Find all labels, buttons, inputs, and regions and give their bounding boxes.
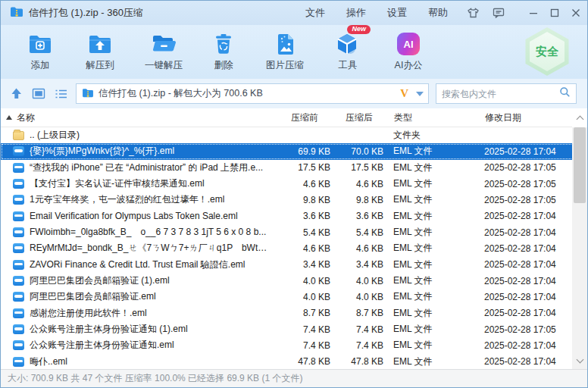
file-type: 文件夹 bbox=[383, 127, 476, 143]
menu-action[interactable]: 操作 bbox=[346, 6, 366, 20]
file-type: EML 文件 bbox=[383, 143, 476, 159]
file-name: 感谢您注册使用此软件！.eml bbox=[30, 307, 147, 320]
column-size-after[interactable]: 压缩后 bbox=[330, 111, 383, 124]
modified-date: 2025-02-28 17:04 bbox=[476, 305, 567, 321]
new-badge: New bbox=[347, 25, 371, 34]
file-icon bbox=[13, 179, 24, 189]
window-buttons bbox=[528, 8, 581, 18]
size-before: 3.6 KB bbox=[274, 208, 330, 224]
tools-button[interactable]: New 工具 bbox=[319, 28, 377, 75]
column-type[interactable]: 类型 bbox=[383, 111, 476, 124]
size-after bbox=[330, 127, 383, 143]
file-name: {娶}%{票}MPgWnkv{贷}^_%{开}.eml bbox=[30, 145, 174, 158]
size-before: 5.4 KB bbox=[274, 224, 330, 240]
delete-button[interactable]: 删除 bbox=[196, 28, 251, 75]
menu-file[interactable]: 文件 bbox=[305, 6, 325, 20]
file-name: 公众账号注册主体身份验证通知.eml bbox=[30, 339, 174, 352]
file-type: EML 文件 bbox=[383, 240, 476, 256]
up-level-icon[interactable] bbox=[8, 86, 24, 102]
modified-date: 2025-02-28 17:05 bbox=[476, 160, 567, 176]
table-row[interactable]: FWloimbh=_0lga8bfk_B_ o__6 7 3 7 8 3 1jT… bbox=[1, 224, 574, 240]
modified-date: 2025-02-28 17:05 bbox=[476, 321, 567, 337]
add-button[interactable]: 添加 bbox=[11, 28, 69, 75]
preview-pane-icon[interactable] bbox=[31, 86, 47, 102]
table-row[interactable]: “查找我的 iPhone” 已在 “Administrator” 的 iPad … bbox=[1, 160, 574, 176]
file-type: EML 文件 bbox=[383, 176, 476, 192]
table-row[interactable]: 阿里巴巴集团会员邮箱验证.eml 4.0 KB 4.0 KB EML 文件 20… bbox=[1, 289, 574, 305]
menu-settings[interactable]: 设置 bbox=[387, 6, 407, 20]
search-icon[interactable] bbox=[559, 86, 571, 101]
file-icon bbox=[13, 324, 24, 334]
file-type: EML 文件 bbox=[383, 224, 476, 240]
size-after: 4.0 KB bbox=[330, 273, 383, 289]
maximize-icon[interactable] bbox=[549, 8, 560, 18]
table-row[interactable]: 阿里巴巴集团会员邮箱验证 (1).eml 4.0 KB 4.0 KB EML 文… bbox=[1, 273, 574, 289]
search-box bbox=[436, 83, 577, 104]
trash-icon bbox=[212, 30, 235, 58]
image-compress-button[interactable]: 图片压缩 bbox=[251, 28, 319, 75]
file-icon bbox=[13, 195, 24, 205]
minimize-icon[interactable] bbox=[528, 8, 539, 18]
column-headers: 名称 压缩前 压缩后 类型 修改日期 bbox=[1, 108, 587, 127]
table-row[interactable]: 【支付宝】实名认证-证件审核结果通知.eml 4.6 KB 4.6 KB EML… bbox=[1, 176, 574, 192]
chevron-down-icon[interactable] bbox=[416, 92, 424, 96]
modified-date: 2025-02-28 17:04 bbox=[476, 273, 567, 289]
file-name: Email Verification for Olympus Labs Toke… bbox=[30, 211, 238, 221]
window-title: 信件打包 (1).zip - 360压缩 bbox=[29, 6, 143, 20]
zip-file-icon bbox=[10, 6, 23, 20]
menu-help[interactable]: 帮助 bbox=[428, 6, 448, 20]
file-name: 公众账号注册主体身份验证通知 (1).eml bbox=[30, 323, 188, 336]
toolbar-label: 删除 bbox=[214, 59, 233, 72]
file-type: EML 文件 bbox=[383, 192, 476, 208]
security-shield-badge[interactable]: 安全 bbox=[524, 27, 571, 76]
toolbar-label: 添加 bbox=[31, 59, 50, 72]
table-row[interactable]: 1元夺宝年终奖，屯一波猛烈的红包过壕年！.eml 9.8 KB 9.8 KB E… bbox=[1, 192, 574, 208]
scrollbar-thumb[interactable] bbox=[574, 127, 586, 203]
file-icon bbox=[13, 146, 24, 156]
scroll-down-icon[interactable] bbox=[572, 352, 587, 370]
size-before: 47.8 KB bbox=[274, 354, 330, 370]
table-row[interactable]: 公众账号注册主体身份验证通知 (1).eml 7.4 KB 7.4 KB EML… bbox=[1, 321, 574, 337]
toolbar-label: 一键解压 bbox=[145, 59, 183, 72]
table-row[interactable]: 公众账号注册主体身份验证通知.eml 7.4 KB 7.4 KB EML 文件 … bbox=[1, 337, 574, 353]
size-after: 8.7 KB bbox=[330, 305, 383, 321]
vertical-scrollbar[interactable] bbox=[572, 108, 587, 370]
column-date[interactable]: 修改日期 bbox=[476, 111, 567, 124]
column-name[interactable]: 名称 bbox=[1, 111, 274, 124]
file-list: .. (上级目录) 文件夹 {娶}%{票}MPgWnkv{贷}^_%{开}.em… bbox=[1, 127, 574, 370]
column-size-before[interactable]: 压缩前 bbox=[274, 111, 330, 124]
size-before: 17.5 KB bbox=[274, 160, 330, 176]
archive-path-box[interactable]: 信件打包 (1).zip - 解包大小为 700.6 KB V bbox=[76, 83, 429, 104]
table-row[interactable]: ZAVORi Finance & Credit Ltd. Trust Email… bbox=[1, 257, 574, 273]
table-row[interactable]: {娶}%{票}MPgWnkv{贷}^_%{开}.eml 69.9 KB 70.0… bbox=[1, 143, 574, 159]
file-name: REyMrMtJd=_bondk_B_ㄝ《7ㄋWㄅ7+ㄌ厂ㄐq1P bWtㄅ..… bbox=[30, 242, 274, 255]
one-click-extract-button[interactable]: 一键解压 bbox=[131, 28, 196, 75]
search-input[interactable] bbox=[442, 89, 559, 99]
skin-icon[interactable] bbox=[466, 7, 480, 19]
extract-to-button[interactable]: 解压到 bbox=[69, 28, 131, 75]
table-row[interactable]: Email Verification for Olympus Labs Toke… bbox=[1, 208, 574, 224]
scrollbar-track[interactable] bbox=[572, 127, 587, 352]
close-icon[interactable] bbox=[571, 8, 581, 18]
ai-office-button[interactable]: AI AI办公 bbox=[377, 28, 440, 75]
size-before: 4.0 KB bbox=[274, 289, 330, 305]
file-icon bbox=[13, 292, 24, 302]
list-view-icon[interactable] bbox=[53, 86, 69, 102]
modified-date: 2025-02-28 17:04 bbox=[476, 143, 567, 159]
size-after: 7.4 KB bbox=[330, 321, 383, 337]
scroll-up-icon[interactable] bbox=[572, 108, 587, 127]
file-icon bbox=[13, 163, 24, 173]
table-row[interactable]: REyMrMtJd=_bondk_B_ㄝ《7ㄋWㄅ7+ㄌ厂ㄐq1P bWtㄅ..… bbox=[1, 240, 574, 256]
feedback-icon[interactable] bbox=[492, 7, 505, 19]
toolbar-label: 图片压缩 bbox=[266, 59, 304, 72]
folder-add-icon bbox=[27, 30, 53, 58]
table-row[interactable]: .. (上级目录) 文件夹 bbox=[1, 127, 574, 143]
size-before: 4.6 KB bbox=[274, 176, 330, 192]
app-window: 信件打包 (1).zip - 360压缩 文件 操作 设置 帮助 bbox=[0, 0, 588, 388]
modified-date: 2025-02-28 17:04 bbox=[476, 337, 567, 353]
file-type: EML 文件 bbox=[383, 273, 476, 289]
table-row[interactable]: 感谢您注册使用此软件！.eml 8.7 KB 8.7 KB EML 文件 202… bbox=[1, 305, 574, 321]
file-name: 【支付宝】实名认证-证件审核结果通知.eml bbox=[30, 177, 205, 190]
image-compress-icon bbox=[274, 30, 296, 58]
table-row[interactable]: 晦仆..eml 47.8 KB 47.8 KB EML 文件 2025-02-2… bbox=[1, 354, 574, 370]
